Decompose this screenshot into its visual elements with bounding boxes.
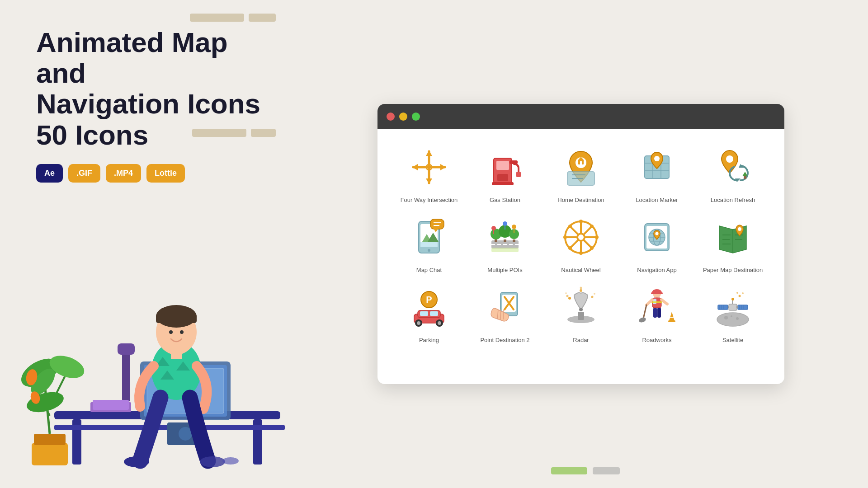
bottom-decorative-bars xyxy=(551,467,620,474)
svg-point-21 xyxy=(200,456,225,467)
svg-rect-51 xyxy=(497,174,508,181)
svg-rect-88 xyxy=(513,239,515,242)
icon-cell-four-way: Four Way Intersection xyxy=(396,142,462,203)
icon-naut-wheel xyxy=(556,212,606,262)
badge-mp4: .MP4 xyxy=(106,164,141,183)
icon-four-way xyxy=(404,142,454,192)
svg-point-130 xyxy=(738,227,741,231)
icon-label-home-dest: Home Destination xyxy=(557,197,604,203)
icon-roadworks xyxy=(632,282,682,332)
svg-point-114 xyxy=(568,246,572,250)
svg-rect-180 xyxy=(718,305,728,310)
icon-radar xyxy=(556,282,606,332)
svg-point-64 xyxy=(654,156,660,161)
icon-label-point-dest: Point Destination 2 xyxy=(480,337,529,343)
icon-label-paper-map: Paper Map Destination xyxy=(703,267,763,273)
icon-gas-station xyxy=(480,142,530,192)
svg-point-178 xyxy=(731,315,732,317)
icon-cell-radar: Radar xyxy=(547,282,614,343)
svg-point-166 xyxy=(638,317,646,324)
icon-loc-marker xyxy=(632,142,682,192)
svg-point-154 xyxy=(591,296,594,298)
svg-point-150 xyxy=(579,308,583,311)
svg-point-175 xyxy=(717,313,749,326)
svg-line-165 xyxy=(643,305,646,319)
svg-point-174 xyxy=(663,289,669,294)
icon-cell-loc-refresh: Location Refresh xyxy=(699,142,766,203)
icons-row-1: Four Way Intersection xyxy=(396,142,766,203)
svg-rect-135 xyxy=(420,311,428,316)
browser-titlebar xyxy=(377,104,784,129)
icon-label-multi-poi: Multiple POIs xyxy=(487,267,522,273)
icon-point-dest xyxy=(480,282,530,332)
svg-point-193 xyxy=(742,292,744,294)
svg-point-156 xyxy=(580,289,582,292)
svg-rect-47 xyxy=(496,161,509,170)
svg-rect-159 xyxy=(651,292,663,294)
svg-rect-84 xyxy=(495,239,497,242)
svg-rect-189 xyxy=(736,306,738,308)
svg-point-107 xyxy=(579,220,583,223)
svg-point-110 xyxy=(595,235,599,239)
badge-lottie: Lottie xyxy=(146,164,185,183)
svg-text:P: P xyxy=(426,295,432,305)
svg-rect-25 xyxy=(32,443,68,465)
svg-point-173 xyxy=(669,288,675,295)
icon-nav-app xyxy=(632,212,682,262)
icon-parking: P xyxy=(404,282,454,332)
svg-point-109 xyxy=(563,235,567,239)
svg-point-157 xyxy=(580,287,582,289)
svg-rect-23 xyxy=(122,348,130,402)
svg-point-20 xyxy=(124,456,149,467)
svg-point-22 xyxy=(222,457,239,465)
svg-point-89 xyxy=(491,226,496,230)
svg-rect-168 xyxy=(657,308,661,318)
icons-row-2: Map Chat xyxy=(396,212,766,273)
svg-point-98 xyxy=(578,235,584,240)
icon-label-four-way: Four Way Intersection xyxy=(401,197,458,203)
svg-point-140 xyxy=(438,321,441,325)
badge-ae: Ae xyxy=(36,164,63,183)
icon-cell-naut-wheel: Nautical Wheel xyxy=(547,212,614,273)
svg-point-122 xyxy=(656,232,659,235)
svg-point-153 xyxy=(565,292,567,294)
svg-rect-74 xyxy=(420,242,438,247)
icon-label-parking: Parking xyxy=(419,337,439,343)
decorative-bar-top xyxy=(190,14,276,22)
left-panel: Animated Map and Navigation Icons 50 Ico… xyxy=(0,0,303,488)
svg-marker-41 xyxy=(426,150,432,156)
svg-point-176 xyxy=(724,316,728,319)
icon-label-roadworks: Roadworks xyxy=(642,337,671,343)
svg-rect-38 xyxy=(93,400,129,410)
svg-point-17 xyxy=(169,330,173,334)
svg-rect-179 xyxy=(729,304,737,310)
svg-rect-188 xyxy=(728,306,729,308)
svg-rect-49 xyxy=(516,172,521,177)
icon-cell-paper-map: Paper Map Destination xyxy=(699,212,766,273)
icon-loc-refresh xyxy=(708,142,758,192)
maximize-button[interactable] xyxy=(412,113,420,121)
svg-rect-136 xyxy=(430,311,438,316)
svg-point-191 xyxy=(731,298,734,300)
icon-cell-nav-app: Navigation App xyxy=(623,212,690,273)
browser-content: Four Way Intersection xyxy=(377,129,784,384)
icon-cell-gas-station: Gas Station xyxy=(472,142,538,203)
svg-rect-170 xyxy=(668,320,675,322)
close-button[interactable] xyxy=(387,113,395,121)
badge-gif: .GIF xyxy=(68,164,100,183)
svg-line-164 xyxy=(661,300,667,304)
svg-point-113 xyxy=(590,225,594,228)
icon-paper-map xyxy=(708,212,758,262)
svg-point-177 xyxy=(736,317,739,320)
svg-rect-16 xyxy=(156,314,197,323)
icon-label-map-chat: Map Chat xyxy=(416,267,442,273)
minimize-button[interactable] xyxy=(399,113,407,121)
icon-label-nav-app: Navigation App xyxy=(637,267,676,273)
svg-point-194 xyxy=(736,292,738,294)
svg-point-91 xyxy=(512,225,516,229)
icon-label-loc-refresh: Location Refresh xyxy=(711,197,755,203)
svg-rect-86 xyxy=(504,239,506,242)
icon-cell-multi-poi: Multiple POIs xyxy=(472,212,538,273)
icon-map-chat xyxy=(404,212,454,262)
icons-row-3: P Parking xyxy=(396,282,766,343)
